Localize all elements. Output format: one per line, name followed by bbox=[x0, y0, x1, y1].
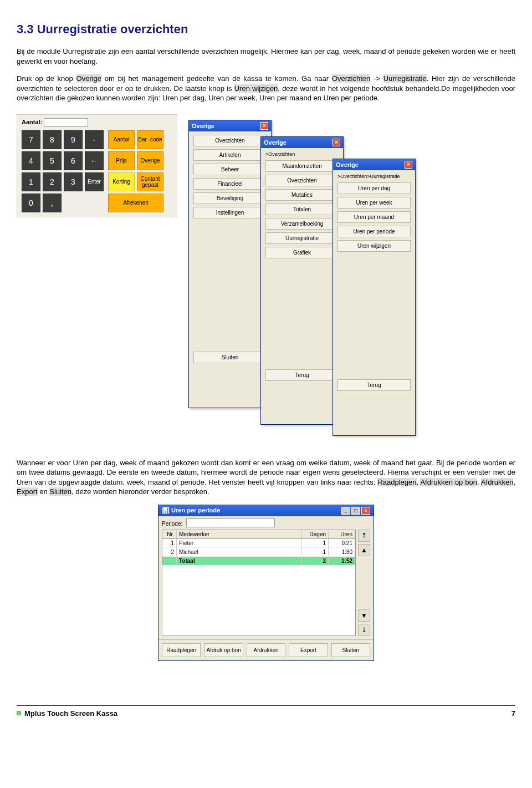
close-icon[interactable]: × bbox=[332, 139, 340, 146]
screenshot-composite: Aantal: 7 8 9 - 4 5 6 ← 1 2 3 Enter 0 , … bbox=[17, 114, 515, 436]
dialog-title: Overige bbox=[264, 139, 287, 146]
highlight-sluiten: Sluiten bbox=[49, 487, 71, 496]
numeric-keypad: 7 8 9 - 4 5 6 ← 1 2 3 Enter 0 , bbox=[22, 130, 104, 212]
menu-uurregistratie[interactable]: Uurregistratie bbox=[265, 232, 339, 244]
key-4[interactable]: 4 bbox=[22, 151, 40, 170]
scroll-up-icon[interactable]: ▲ bbox=[358, 544, 370, 556]
btn-korting[interactable]: Korting bbox=[108, 172, 135, 191]
menu-grafiek[interactable]: Grafiek bbox=[265, 247, 339, 258]
page-number: 7 bbox=[511, 709, 515, 718]
text: en bbox=[38, 487, 50, 496]
bullet-icon bbox=[17, 711, 21, 715]
menu-totalen[interactable]: Totalen bbox=[265, 204, 339, 215]
menu-uren-per-dag[interactable]: Uren per dag bbox=[337, 182, 411, 194]
cell-nr: 2 bbox=[162, 548, 177, 556]
menu-uren-wijzigen[interactable]: Uren wijzigen bbox=[337, 240, 411, 252]
btn-afdrukken[interactable]: Afdrukken bbox=[247, 643, 285, 657]
menu-financieel[interactable]: Financieel bbox=[193, 178, 267, 190]
table-row[interactable]: 2 Michael 1 1:30 bbox=[162, 548, 355, 557]
minimize-icon[interactable]: _ bbox=[341, 507, 350, 515]
key-enter[interactable]: Enter bbox=[85, 172, 104, 191]
dialog-title: Overige bbox=[192, 123, 214, 129]
footer-title: Mplus Touch Screen Kassa bbox=[24, 709, 117, 718]
menu-maandomzetten[interactable]: Maandomzetten bbox=[265, 160, 339, 172]
menu-uren-per-week[interactable]: Uren per week bbox=[337, 197, 411, 209]
highlight-export: Export bbox=[17, 487, 38, 496]
close-icon[interactable]: × bbox=[405, 161, 412, 169]
btn-prijs[interactable]: Prijs bbox=[108, 151, 135, 170]
btn-export[interactable]: Export bbox=[289, 643, 328, 657]
btn-overige[interactable]: Overige bbox=[137, 151, 163, 170]
menu-verzamelboeking[interactable]: Verzamelboeking bbox=[265, 218, 339, 230]
key-minus[interactable]: - bbox=[85, 130, 104, 149]
cell-medewerker: Michael bbox=[177, 548, 302, 556]
highlight-overzichten: Overzichten bbox=[332, 74, 370, 83]
btn-terug[interactable]: Terug bbox=[265, 369, 339, 381]
paragraph-periode: Wanneer er voor Uren per dag, week of ma… bbox=[17, 458, 515, 497]
btn-aantal[interactable]: Aantal bbox=[108, 130, 135, 149]
menu-mutaties[interactable]: Mutaties bbox=[265, 189, 339, 201]
cell-uren: 1:52 bbox=[329, 557, 355, 565]
scroll-buttons: ⤒ ▲ ▼ ⤓ bbox=[358, 530, 370, 636]
page-footer: Mplus Touch Screen Kassa 7 bbox=[17, 705, 515, 718]
aantal-input[interactable] bbox=[44, 118, 88, 127]
scroll-top-icon[interactable]: ⤒ bbox=[358, 530, 370, 542]
btn-afrekenen[interactable]: Afrekenen bbox=[108, 194, 163, 212]
menu-overzichten[interactable]: Overzichten bbox=[265, 175, 339, 186]
highlight-uurregistratie: Uurregistratie bbox=[383, 74, 427, 83]
cell-totaal-label: Totaal bbox=[177, 557, 302, 565]
aantal-label: Aantal: bbox=[22, 119, 42, 125]
scroll-bottom-icon[interactable]: ⤓ bbox=[358, 624, 370, 636]
menu-instellingen[interactable]: Instellingen bbox=[193, 207, 267, 218]
btn-afdruk-op-bon[interactable]: Afdruk op bon bbox=[204, 643, 243, 657]
uren-table: Nr. Medewerker Dagen Uren 1 Pieter 1 0:2… bbox=[162, 530, 356, 636]
menu-beheer[interactable]: Beheer bbox=[193, 164, 267, 175]
menu-uren-per-maand[interactable]: Uren per maand bbox=[337, 211, 411, 223]
periode-input[interactable] bbox=[186, 518, 275, 527]
breadcrumb: >Overzichten bbox=[265, 151, 339, 157]
dialog-overzichten: Overige × >Overzichten Maandomzetten Ove… bbox=[260, 136, 344, 425]
highlight-overige: Overige bbox=[76, 74, 102, 83]
text: , deze worden hieronder verder besproken… bbox=[71, 487, 209, 496]
key-5[interactable]: 5 bbox=[43, 151, 62, 170]
key-8[interactable]: 8 bbox=[43, 130, 62, 149]
col-uren: Uren bbox=[329, 530, 355, 538]
table-row[interactable]: 1 Pieter 1 0:21 bbox=[162, 539, 355, 548]
key-backspace[interactable]: ← bbox=[85, 151, 104, 170]
highlight-afdrukken-bon: Afdrukken op bon bbox=[420, 478, 477, 486]
key-9[interactable]: 9 bbox=[64, 130, 83, 149]
key-3[interactable]: 3 bbox=[64, 172, 83, 191]
close-icon[interactable]: × bbox=[361, 507, 370, 515]
btn-raadplegen[interactable]: Raadplegen bbox=[162, 643, 201, 657]
key-2[interactable]: 2 bbox=[43, 172, 62, 191]
dialog-uurregistratie: Overige × >Overzichten>Uurregistratie Ur… bbox=[332, 159, 416, 436]
col-nr: Nr. bbox=[162, 530, 177, 538]
key-comma[interactable]: , bbox=[43, 194, 62, 212]
btn-barcode[interactable]: Bar- code bbox=[137, 130, 163, 149]
key-1[interactable]: 1 bbox=[22, 172, 40, 191]
text: , bbox=[477, 478, 481, 486]
highlight-uren-wijzigen: Uren wijzigen bbox=[234, 84, 278, 93]
menu-artikelen[interactable]: Artikelen bbox=[193, 149, 267, 161]
btn-sluiten[interactable]: Sluiten bbox=[193, 352, 267, 363]
text: Druk op de knop bbox=[17, 74, 76, 83]
menu-overzichten[interactable]: Overzichten bbox=[193, 135, 267, 146]
col-medewerker: Medewerker bbox=[177, 530, 302, 538]
key-7[interactable]: 7 bbox=[22, 130, 40, 149]
menu-uren-per-periode[interactable]: Uren per periode bbox=[337, 226, 411, 237]
key-0[interactable]: 0 bbox=[22, 194, 40, 212]
paragraph-intro: Bij de module Uurregistratie zijn een aa… bbox=[17, 47, 515, 66]
btn-contant-gepast[interactable]: Contant gepast bbox=[137, 172, 163, 191]
menu-beveiliging[interactable]: Beveiliging bbox=[193, 192, 267, 204]
maximize-icon[interactable]: □ bbox=[351, 507, 360, 515]
highlight-afdrukken: Afdrukken bbox=[481, 478, 514, 486]
breadcrumb: >Overzichten>Uurregistratie bbox=[337, 174, 411, 179]
btn-terug[interactable]: Terug bbox=[337, 379, 411, 391]
text: om bij het management gedeelte van de ka… bbox=[101, 74, 332, 83]
btn-sluiten[interactable]: Sluiten bbox=[331, 643, 370, 657]
scroll-down-icon[interactable]: ▼ bbox=[358, 609, 370, 622]
cell-dagen: 1 bbox=[302, 548, 329, 556]
key-6[interactable]: 6 bbox=[64, 151, 83, 170]
close-icon[interactable]: × bbox=[260, 122, 268, 130]
dialog-overige-root: Overige × Overzichten Artikelen Beheer F… bbox=[188, 120, 272, 408]
